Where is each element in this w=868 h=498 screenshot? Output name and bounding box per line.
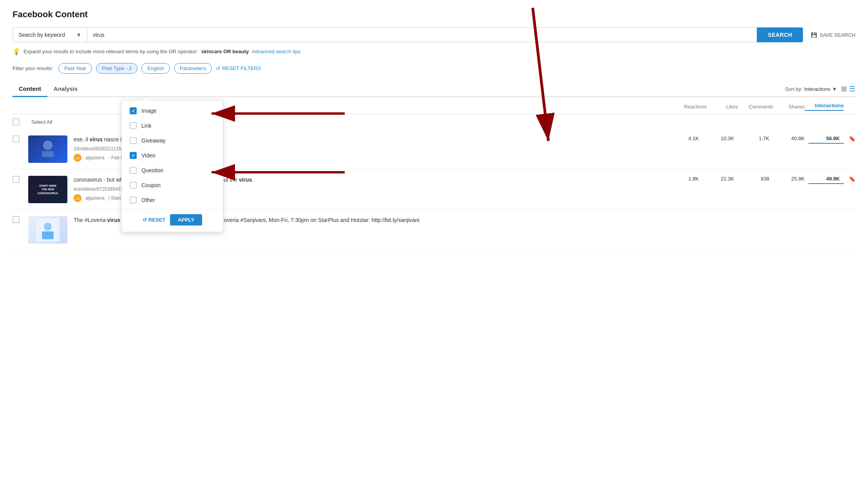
- tabs-row: Content Analysis Sort by: Interactions ▼…: [13, 81, 855, 97]
- col-header-comments[interactable]: Comments: [738, 104, 773, 110]
- list-view-icon[interactable]: ☰: [849, 85, 855, 93]
- search-type-dropdown[interactable]: Search by keyword ▼: [13, 27, 87, 42]
- row1-likes: 10.3K: [703, 135, 738, 141]
- grid-view-icon[interactable]: ⊞: [841, 85, 847, 93]
- search-type-label: Search by keyword: [18, 32, 65, 38]
- dropdown-label-link: Link: [141, 123, 152, 129]
- dropdown-actions: ↺ RESET APPLY: [122, 209, 223, 229]
- row2-author: aljazeera: [85, 195, 105, 201]
- view-icons: ⊞ ☰: [841, 85, 855, 93]
- page-title: Facebook Content: [13, 9, 855, 20]
- dropdown-label-coupon: Coupon: [141, 182, 161, 188]
- dropdown-label-image: Image: [141, 108, 157, 114]
- row1-shares: 40.8K: [773, 135, 808, 141]
- filter-past-year[interactable]: Past Year: [58, 63, 92, 74]
- hint-example: skincare OR beauty: [201, 49, 249, 54]
- svg-rect-8: [42, 231, 54, 239]
- search-input[interactable]: [87, 27, 757, 42]
- row1-reactions: 4.1K: [667, 135, 703, 141]
- search-button[interactable]: SEARCH: [757, 27, 803, 42]
- dropdown-label-other: Other: [141, 197, 155, 203]
- row3-thumbnail: [28, 216, 67, 244]
- col-header-likes[interactable]: Likes: [707, 104, 738, 110]
- row1-author: aljazeera: [85, 155, 105, 161]
- checkbox-video[interactable]: [130, 152, 137, 159]
- col-header-reactions[interactable]: Reactions: [671, 104, 707, 110]
- select-all-label: Select All: [31, 119, 52, 125]
- save-search-button[interactable]: 💾 SAVE SEARCH: [803, 32, 855, 38]
- reset-filters-button[interactable]: ↺ RESET FILTERS: [216, 65, 261, 71]
- svg-point-0: [43, 141, 52, 150]
- row2-bookmark[interactable]: 🔖: [844, 176, 855, 182]
- dropdown-label-video: Video: [141, 152, 156, 159]
- checkbox-image[interactable]: [130, 107, 137, 114]
- row1-checkbox[interactable]: [13, 135, 20, 143]
- row1-bookmark[interactable]: 🔖: [844, 135, 855, 142]
- dropdown-item-video[interactable]: Video: [122, 148, 223, 163]
- hint-row: 💡 Expand your results to include more re…: [13, 48, 855, 55]
- dropdown-label-question: Question: [141, 167, 163, 173]
- dropdown-label-giveaway: Giveaway: [141, 137, 165, 144]
- tab-content[interactable]: Content: [13, 81, 47, 97]
- dropdown-apply-button[interactable]: APPLY: [170, 214, 202, 226]
- row2-likes: 21.3K: [703, 176, 738, 182]
- filter-english[interactable]: English: [141, 63, 170, 74]
- chevron-down-icon: ▼: [832, 86, 837, 92]
- row2-shares: 25.9K: [773, 176, 808, 182]
- svg-text:AJ: AJ: [76, 156, 80, 160]
- col-header-interactions[interactable]: Interactions: [805, 103, 844, 111]
- hint-text: Expand your results to include more rele…: [24, 49, 198, 54]
- row3-checkbox[interactable]: [13, 216, 20, 223]
- filter-parameters[interactable]: Parameters: [174, 63, 212, 74]
- post-type-dropdown: Image Link Giveaway Video Question Coupo…: [121, 100, 223, 232]
- dropdown-item-image[interactable]: Image: [122, 103, 223, 118]
- dropdown-item-other[interactable]: Other: [122, 193, 223, 208]
- save-icon: 💾: [811, 32, 817, 38]
- col-header-shares[interactable]: Shares: [773, 104, 805, 110]
- row2-reactions: 1.8K: [667, 176, 703, 182]
- row2-comments: 838: [738, 176, 773, 182]
- select-all-checkbox[interactable]: [13, 118, 20, 125]
- svg-point-7: [44, 223, 52, 231]
- checkbox-giveaway[interactable]: [130, 137, 137, 144]
- svg-text:AJ: AJ: [76, 197, 80, 200]
- checkbox-other[interactable]: [130, 197, 137, 204]
- row1-interactions: 56.9K: [808, 135, 844, 144]
- filter-post-type[interactable]: Post Type - 2: [96, 63, 137, 74]
- sort-value: Interactions: [804, 86, 830, 92]
- filter-label: Filter your results:: [13, 65, 53, 71]
- row2-thumbnail: START HERETHE NEWCORONAVIRUS: [28, 176, 67, 203]
- advanced-search-link[interactable]: Advanced search tips: [252, 49, 300, 54]
- filter-row: Filter your results: Past Year Post Type…: [13, 63, 855, 74]
- row2-avatar: AJ: [74, 194, 81, 202]
- row2-checkbox[interactable]: [13, 176, 20, 183]
- dropdown-item-coupon[interactable]: Coupon: [122, 178, 223, 193]
- dropdown-item-link[interactable]: Link: [122, 118, 223, 133]
- bulb-icon: 💡: [13, 48, 20, 55]
- chevron-down-icon: ▼: [76, 32, 81, 38]
- svg-rect-1: [42, 151, 54, 157]
- reset-icon: ↺: [216, 65, 220, 71]
- row1-comments: 1.7K: [738, 135, 773, 141]
- tab-analysis[interactable]: Analysis: [47, 81, 84, 97]
- dropdown-item-question[interactable]: Question: [122, 163, 223, 178]
- checkbox-coupon[interactable]: [130, 182, 137, 189]
- sort-controls: Sort by: Interactions ▼ ⊞ ☰: [785, 85, 855, 93]
- search-bar: Search by keyword ▼ SEARCH 💾 SAVE SEARCH: [13, 27, 855, 42]
- reset-icon: ↺: [143, 217, 147, 223]
- row1-avatar: AJ: [74, 154, 81, 162]
- sort-by-dropdown[interactable]: Sort by: Interactions ▼: [785, 86, 837, 92]
- checkbox-link[interactable]: [130, 122, 137, 129]
- sort-by-label: Sort by:: [785, 86, 803, 92]
- row1-thumbnail: [28, 135, 67, 163]
- checkbox-question[interactable]: [130, 167, 137, 174]
- row2-interactions: 49.9K: [808, 176, 844, 184]
- dropdown-reset-button[interactable]: ↺ RESET: [143, 214, 165, 226]
- dropdown-item-giveaway[interactable]: Giveaway: [122, 133, 223, 148]
